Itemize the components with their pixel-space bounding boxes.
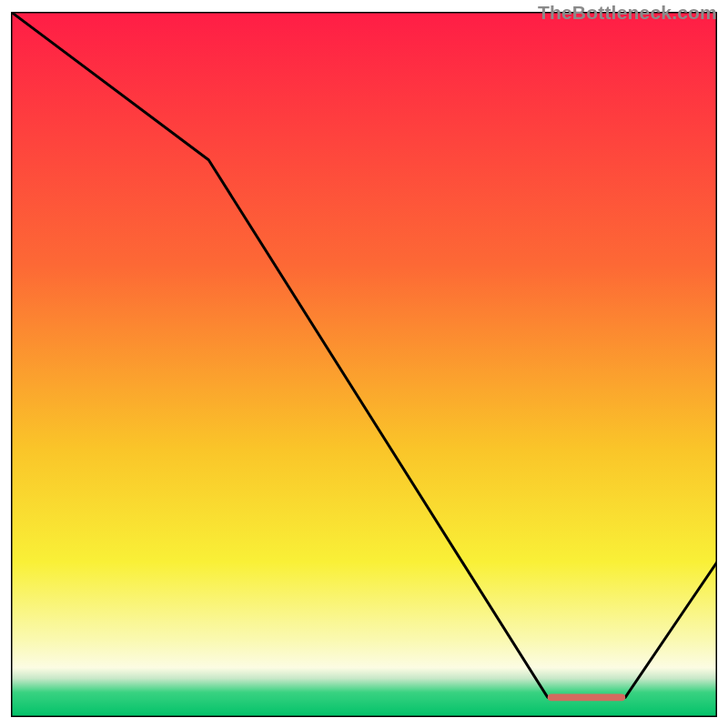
chart-background-gradient — [11, 12, 717, 717]
chart-container — [11, 12, 717, 717]
watermark-text: TheBottleneck.com — [538, 2, 717, 24]
optimal-range-marker — [548, 693, 625, 701]
chart-svg — [11, 12, 717, 717]
